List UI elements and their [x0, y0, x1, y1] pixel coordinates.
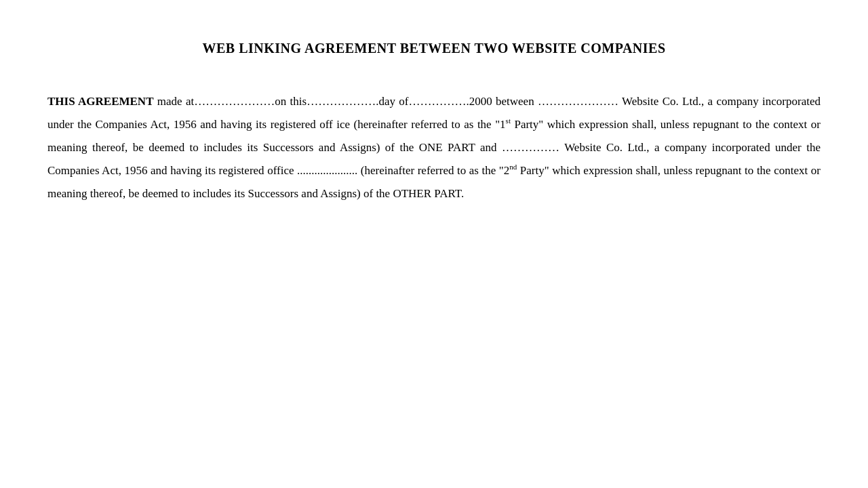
paragraph-text-1: made at…………………on this……………….day of…………….… — [47, 95, 821, 200]
document-title: WEB LINKING AGREEMENT BETWEEN TWO WEBSIT… — [47, 41, 821, 56]
document-body: THIS AGREEMENT made at…………………on this…………… — [47, 90, 821, 205]
main-paragraph: THIS AGREEMENT made at…………………on this…………… — [47, 90, 821, 205]
document-container: WEB LINKING AGREEMENT BETWEEN TWO WEBSIT… — [27, 0, 841, 232]
agreement-bold-intro: THIS AGREEMENT — [47, 95, 153, 108]
